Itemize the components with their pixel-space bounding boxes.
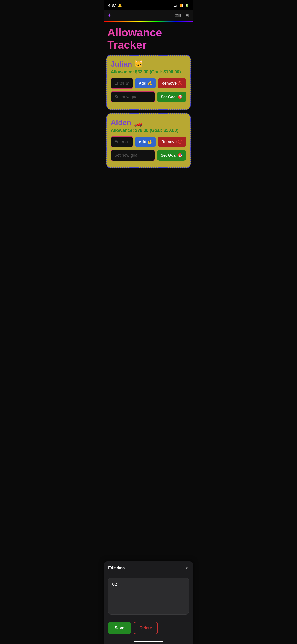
alden-name: Alden 🏎️ — [111, 118, 186, 127]
julian-allowance: Allowance: $62.00 (Goal: $100.00) — [111, 69, 186, 74]
expand-icon[interactable]: ⊞ — [184, 12, 190, 19]
wifi-icon: 📶 — [180, 4, 184, 7]
keyboard-icon[interactable]: ⌨ — [174, 12, 182, 19]
alden-goal-input[interactable] — [111, 150, 155, 161]
julian-set-goal-button[interactable]: Set Goal 🎯 — [157, 92, 186, 102]
alden-add-button[interactable]: Add 💰 — [135, 136, 156, 147]
alden-allowance: Allowance: $78.00 (Goal: $50.00) — [111, 128, 186, 133]
julian-amount-row: Add 💰 Remove 🚫 — [111, 78, 186, 89]
alden-card: Alden 🏎️ Allowance: $78.00 (Goal: $50.00… — [106, 113, 191, 168]
main-content: Allowance Tracker Julian 🐱 Allowance: $6… — [104, 22, 194, 250]
app-title: Allowance Tracker — [104, 22, 194, 55]
julian-remove-button[interactable]: Remove 🚫 — [158, 78, 186, 88]
status-time: 4:37 — [108, 3, 116, 8]
status-bar: 4:37 🔔 📶 🔋 — [104, 0, 194, 10]
battery-icon: 🔋 — [185, 4, 189, 7]
top-bar: ✦ ⌨ ⊞ — [104, 10, 194, 22]
julian-goal-row: Set Goal 🎯 — [111, 91, 186, 102]
julian-goal-input[interactable] — [111, 91, 155, 102]
alden-remove-button[interactable]: Remove 🚫 — [158, 136, 186, 147]
julian-amount-input[interactable] — [111, 78, 133, 89]
alden-amount-input[interactable] — [111, 136, 133, 148]
julian-add-button[interactable]: Add 💰 — [135, 78, 156, 88]
status-icons: 📶 🔋 — [174, 4, 189, 7]
signal-icon — [174, 4, 178, 7]
alden-amount-row: Add 💰 Remove 🚫 — [111, 136, 186, 148]
julian-card: Julian 🐱 Allowance: $62.00 (Goal: $100.0… — [106, 55, 191, 110]
alden-set-goal-button[interactable]: Set Goal 🎯 — [157, 150, 186, 160]
dots-icon: ✦ — [107, 12, 112, 18]
bell-icon: 🔔 — [118, 4, 122, 7]
alden-goal-row: Set Goal 🎯 — [111, 150, 186, 161]
julian-name: Julian 🐱 — [111, 60, 186, 68]
